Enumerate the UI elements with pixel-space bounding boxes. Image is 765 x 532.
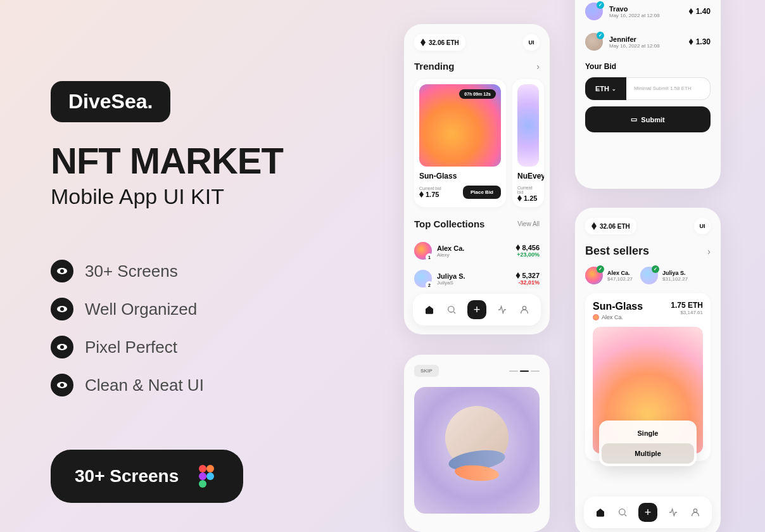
- hero-nft-card[interactable]: Sun-GlassAlex Ca. 1.75 ETH$3,147.61 Sing…: [585, 293, 711, 461]
- avatar: [585, 33, 603, 51]
- verified-icon: [597, 265, 604, 273]
- collection-row[interactable]: 1Alex Ca.Alexy 8,456+23,00%: [414, 237, 540, 265]
- collection-change: -32,01%: [515, 279, 540, 286]
- chevron-right-icon[interactable]: ›: [536, 61, 540, 72]
- eth-icon: [689, 8, 693, 15]
- wallet-icon: ▭: [631, 115, 637, 124]
- phone-home: 32.06 ETH UI Trending › 07h 09m 12s Sun-…: [404, 24, 550, 334]
- nav-profile[interactable]: [518, 303, 531, 316]
- svg-point-2: [199, 472, 206, 480]
- feature-text: Well Organized: [85, 300, 197, 319]
- eth-amount: 32.06 ETH: [429, 39, 459, 46]
- nav-activity[interactable]: [667, 506, 680, 519]
- eth-icon: [419, 191, 424, 198]
- cta-button[interactable]: 30+ Screens: [51, 450, 243, 503]
- main-title: NFT MARKET: [51, 142, 336, 179]
- svg-point-5: [448, 307, 454, 312]
- hero-price-eth: 1.75 ETH: [671, 301, 703, 310]
- nft-card[interactable]: 07h 09m 12s Sun-Glass Current bid1.75 Pl…: [414, 79, 506, 207]
- bottom-nav: +: [584, 497, 712, 528]
- skip-button[interactable]: SKIP: [414, 365, 439, 377]
- view-all-link[interactable]: View All: [517, 220, 540, 227]
- bid-amount: 1.30: [689, 37, 711, 46]
- nft-name: NuEvey: [517, 172, 539, 180]
- svg-point-4: [199, 480, 206, 488]
- nav-add-button[interactable]: +: [467, 300, 486, 319]
- nav-search[interactable]: [445, 303, 458, 316]
- bid-input[interactable]: Minimal Submit 1.58 ETH: [626, 77, 711, 100]
- collection-name: Alex Ca.: [437, 244, 464, 252]
- bidder-name: Travo: [609, 5, 660, 13]
- onboarding-image: [414, 387, 540, 514]
- bidder-row[interactable]: TravoMay 16, 2022 at 12:08 1.40: [585, 0, 711, 27]
- bidder-row[interactable]: JenniferMay 16, 2022 at 12:08 1.30: [585, 27, 711, 57]
- svg-point-1: [206, 465, 214, 472]
- eth-balance[interactable]: 32.06 ETH: [585, 218, 636, 234]
- eth-icon: [591, 222, 597, 230]
- seller-item[interactable]: Juliya S.$31,102.27: [640, 267, 688, 284]
- nav-home[interactable]: [423, 303, 436, 316]
- bottom-nav: +: [413, 294, 541, 326]
- hero-price-usd: $3,147.61: [671, 310, 703, 315]
- nav-add-button[interactable]: +: [638, 503, 657, 522]
- feature-text: Pixel Perfect: [85, 338, 177, 357]
- currency-selector[interactable]: ETH⌄: [585, 77, 626, 100]
- eye-icon: [51, 298, 73, 320]
- submit-button[interactable]: ▭Submit: [585, 106, 711, 132]
- collection-value: 5,327: [515, 272, 540, 279]
- eth-icon: [515, 244, 520, 251]
- trending-title: Trending: [414, 61, 454, 72]
- hero-owner: Alex Ca.: [593, 314, 643, 320]
- nav-home[interactable]: [594, 506, 607, 519]
- bidder-date: May 16, 2022 at 12:08: [609, 43, 660, 49]
- avatar-badge[interactable]: UI: [694, 218, 711, 234]
- collection-name: Juliya S.: [437, 272, 465, 280]
- bidder-name: Jennifer: [609, 35, 660, 43]
- collection-value: 8,456: [515, 244, 540, 251]
- figma-icon: [194, 464, 219, 489]
- seller-amount: $31,102.27: [662, 276, 688, 282]
- seller-amount: $47,102.27: [607, 276, 633, 282]
- chevron-right-icon[interactable]: ›: [707, 246, 711, 256]
- your-bid-label: Your Bid: [585, 62, 711, 71]
- owner-avatar: [593, 314, 599, 320]
- place-bid-button[interactable]: Place Bid: [463, 186, 501, 199]
- collection-row[interactable]: 2Juliya S.JuliyaS 5,327-32,01%: [414, 265, 540, 293]
- cta-text: 30+ Screens: [75, 466, 179, 486]
- avatar: [640, 267, 658, 284]
- nav-profile[interactable]: [689, 506, 702, 519]
- bid-label: Current bid: [419, 186, 441, 191]
- chevron-down-icon: ⌄: [612, 86, 616, 92]
- eth-amount: 32.06 ETH: [600, 223, 630, 230]
- feature-item: Well Organized: [51, 298, 336, 320]
- seller-name: Alex Ca.: [607, 270, 633, 276]
- svg-point-8: [693, 509, 697, 512]
- eye-icon: [51, 260, 73, 282]
- collection-sub: JuliyaS: [437, 280, 465, 286]
- seller-item[interactable]: Alex Ca.$47,102.27: [585, 267, 633, 284]
- verified-icon: [652, 265, 659, 273]
- avatar-badge[interactable]: UI: [523, 34, 540, 51]
- nft-card[interactable]: NuEvey Current bid1.25: [512, 79, 544, 207]
- option-single[interactable]: Single: [602, 423, 694, 443]
- nav-activity[interactable]: [496, 303, 509, 316]
- nft-image: 07h 09m 12s: [419, 84, 501, 167]
- best-sellers-title: Best sellers: [585, 244, 649, 258]
- eye-icon: [51, 374, 73, 396]
- bid-amount: 1.40: [689, 7, 711, 16]
- eth-icon: [515, 272, 520, 279]
- nav-search[interactable]: [616, 506, 629, 519]
- type-popup: Single Multiple: [599, 421, 697, 466]
- nft-name: Sun-Glass: [419, 172, 501, 180]
- bid-label: Current bid: [517, 186, 539, 194]
- hero-name: Sun-Glass: [593, 301, 643, 312]
- verified-icon: [597, 1, 604, 9]
- eth-balance[interactable]: 32.06 ETH: [414, 34, 465, 51]
- timer-badge: 07h 09m 12s: [459, 89, 496, 99]
- avatar: [585, 3, 603, 20]
- bid-value: 1.25: [517, 194, 539, 202]
- bid-value: 1.75: [419, 191, 441, 198]
- feature-text: 30+ Screens: [85, 262, 178, 281]
- svg-point-3: [206, 472, 214, 480]
- option-multiple[interactable]: Multiple: [602, 443, 694, 464]
